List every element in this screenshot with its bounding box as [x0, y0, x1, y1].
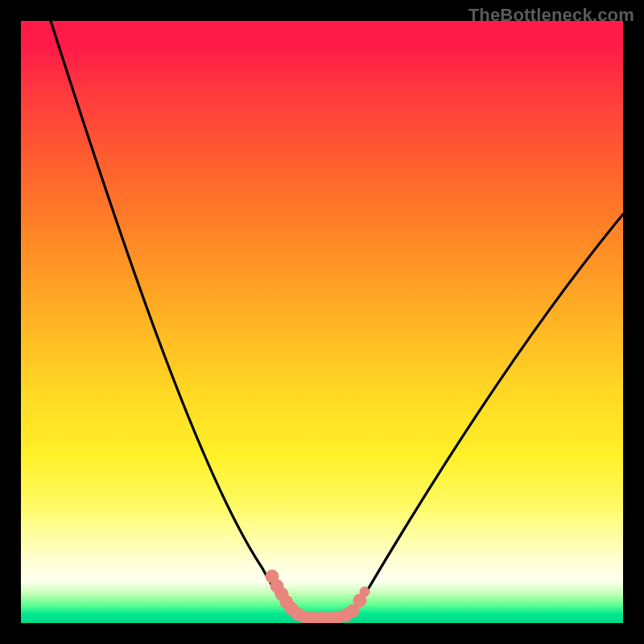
- svg-point-14: [360, 587, 369, 597]
- bottleneck-curve-path: [51, 21, 623, 618]
- chart-plot-area: [21, 21, 623, 623]
- chart-svg: [21, 21, 623, 623]
- marker-dots-group: [266, 570, 369, 623]
- watermark-text: TheBottleneck.com: [469, 5, 634, 26]
- chart-frame: TheBottleneck.com: [0, 0, 644, 644]
